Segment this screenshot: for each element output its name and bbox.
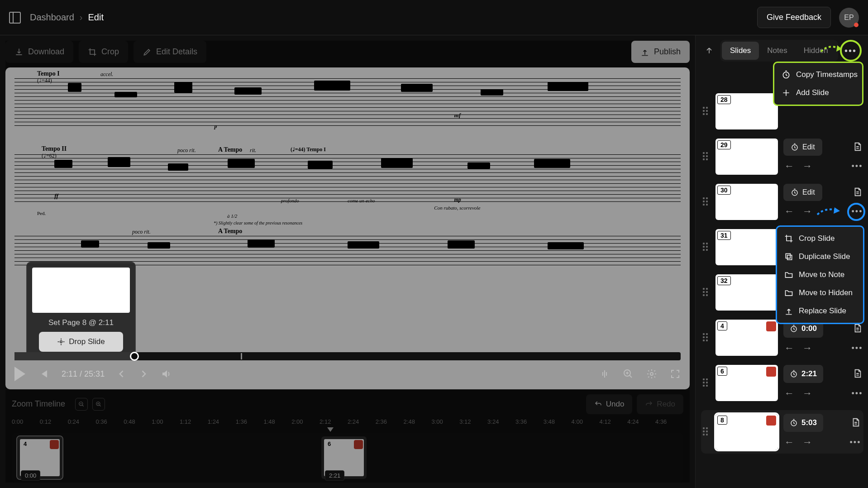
note-icon[interactable]: [851, 417, 862, 428]
drop-slide-button[interactable]: Drop Slide: [39, 332, 123, 352]
move-left-icon[interactable]: ←: [783, 160, 795, 172]
slide-more-button[interactable]: •••: [851, 344, 863, 353]
timeline-zoom-out-button[interactable]: [75, 398, 88, 411]
slide-thumbnail[interactable]: 30: [715, 184, 778, 220]
slide-thumbnail[interactable]: 6: [715, 365, 778, 401]
add-slide-item[interactable]: Add Slide: [774, 84, 862, 102]
scroll-up-icon[interactable]: [703, 44, 715, 57]
replace-slide-item[interactable]: Replace Slide: [777, 302, 863, 320]
timeline-tick: 2:00: [291, 418, 320, 431]
revision-badge-icon: [766, 367, 776, 377]
move-left-icon[interactable]: ←: [783, 388, 795, 399]
move-right-icon[interactable]: →: [801, 342, 813, 354]
redo-label: Redo: [657, 400, 675, 409]
slide-more-button[interactable]: •••: [849, 438, 862, 447]
slide-thumbnail[interactable]: 4: [715, 320, 778, 356]
come-echo-text: come un echo: [348, 198, 375, 203]
slide-row: 62:21←→•••: [703, 365, 863, 401]
next-icon[interactable]: [139, 369, 148, 378]
slide-thumbnail[interactable]: 29: [715, 139, 778, 175]
upload-icon: [640, 48, 649, 57]
playback-scrubber[interactable]: [14, 352, 681, 360]
playhead-marker[interactable]: [327, 427, 334, 432]
move-left-icon[interactable]: ←: [783, 436, 795, 448]
move-left-icon[interactable]: ←: [783, 206, 795, 217]
waveform-icon[interactable]: [599, 368, 610, 379]
download-button[interactable]: Download: [5, 41, 73, 63]
move-left-icon[interactable]: ←: [783, 342, 795, 354]
move-to-note-item[interactable]: Move to Note: [777, 266, 863, 284]
settings-icon[interactable]: [646, 368, 657, 379]
app-header: Dashboard › Edit Give Feedback EP: [0, 0, 868, 35]
folder-icon: [784, 270, 793, 279]
tab-slides[interactable]: Slides: [722, 42, 759, 60]
crop-slide-item[interactable]: Crop Slide: [777, 230, 863, 248]
revision-badge-icon: [766, 321, 776, 331]
slide-thumbnail[interactable]: 8: [715, 414, 778, 450]
drop-slide-panel[interactable]: Set Page 8 @ 2:11 Drop Slide: [26, 262, 136, 358]
drag-handle-icon[interactable]: [703, 288, 710, 296]
undo-button[interactable]: Undo: [586, 394, 633, 414]
move-right-icon[interactable]: →: [801, 388, 813, 399]
breadcrumb: Dashboard › Edit: [30, 12, 104, 23]
volume-icon[interactable]: [161, 368, 172, 379]
scrubber-handle[interactable]: [130, 352, 139, 361]
slide-more-button[interactable]: •••: [851, 389, 863, 398]
timeline-zoom-in-button[interactable]: [92, 398, 105, 411]
publish-button[interactable]: Publish: [631, 41, 690, 63]
drag-handle-icon[interactable]: [703, 333, 710, 341]
svg-point-0: [60, 341, 62, 343]
tab-notes[interactable]: Notes: [759, 42, 795, 60]
prev-icon[interactable]: [117, 369, 126, 378]
timeline-strip[interactable]: 4 0:00 6 2:21: [12, 433, 683, 483]
add-slide-label: Add Slide: [796, 88, 829, 97]
rewind-to-start-icon[interactable]: [38, 368, 49, 379]
note-icon[interactable]: [853, 323, 863, 334]
drag-handle-icon[interactable]: [703, 152, 710, 160]
give-feedback-button[interactable]: Give Feedback: [757, 7, 831, 28]
timeline-clip[interactable]: 4 0:00: [17, 436, 62, 479]
timeline-tick: 2:48: [404, 418, 432, 431]
sidebar-toggle-icon[interactable]: [9, 12, 21, 24]
timeline-tick: 3:36: [515, 418, 544, 431]
move-right-icon[interactable]: →: [801, 206, 813, 217]
slide-more-button[interactable]: •••: [851, 162, 863, 171]
panel-more-button[interactable]: •••: [843, 43, 859, 59]
note-icon[interactable]: [853, 187, 863, 198]
breadcrumb-dashboard[interactable]: Dashboard: [30, 12, 74, 23]
breadcrumb-current: Edit: [88, 12, 104, 23]
drag-handle-icon[interactable]: [703, 378, 710, 387]
note-icon[interactable]: [853, 142, 863, 153]
move-to-hidden-item[interactable]: Move to Hidden: [777, 284, 863, 302]
slide-thumbnail[interactable]: 31: [715, 229, 778, 265]
slide-timestamp-button[interactable]: 2:21: [783, 365, 823, 383]
copy-timestamps-item[interactable]: Copy Timestamps: [774, 66, 862, 84]
edit-details-button[interactable]: Edit Details: [134, 41, 206, 63]
crop-button[interactable]: Crop: [79, 41, 128, 63]
edit-timestamp-button[interactable]: Edit: [783, 139, 822, 156]
timeline-tick: 1:24: [208, 418, 236, 431]
drag-handle-icon[interactable]: [703, 243, 710, 251]
fullscreen-icon[interactable]: [670, 368, 681, 379]
play-button[interactable]: [14, 367, 25, 381]
redo-button[interactable]: Redo: [637, 394, 683, 414]
move-right-icon[interactable]: →: [801, 160, 813, 172]
copy-timestamps-label: Copy Timestamps: [796, 70, 858, 79]
move-right-icon[interactable]: →: [801, 436, 813, 448]
drag-handle-icon[interactable]: [703, 107, 710, 115]
note-icon[interactable]: [853, 368, 863, 379]
dynamic-mf: mf: [454, 112, 461, 119]
slide-thumbnail[interactable]: 28: [715, 93, 778, 129]
plus-icon: [782, 88, 791, 97]
duplicate-slide-item[interactable]: Duplicate Slide: [777, 248, 863, 266]
drag-handle-icon[interactable]: [703, 427, 710, 435]
timeline-clip[interactable]: 6 2:21: [321, 436, 367, 479]
edit-timestamp-button[interactable]: Edit: [783, 184, 822, 201]
drag-handle-icon[interactable]: [703, 197, 710, 206]
slide-thumbnail[interactable]: 32: [715, 274, 778, 311]
target-icon: [57, 338, 65, 346]
slide-timestamp-button[interactable]: 5:03: [783, 414, 823, 432]
sheet-music-canvas[interactable]: Tempo I (♩=44) accel. p mf: [5, 67, 690, 389]
avatar[interactable]: EP: [839, 8, 859, 28]
zoom-in-icon[interactable]: [623, 368, 634, 379]
